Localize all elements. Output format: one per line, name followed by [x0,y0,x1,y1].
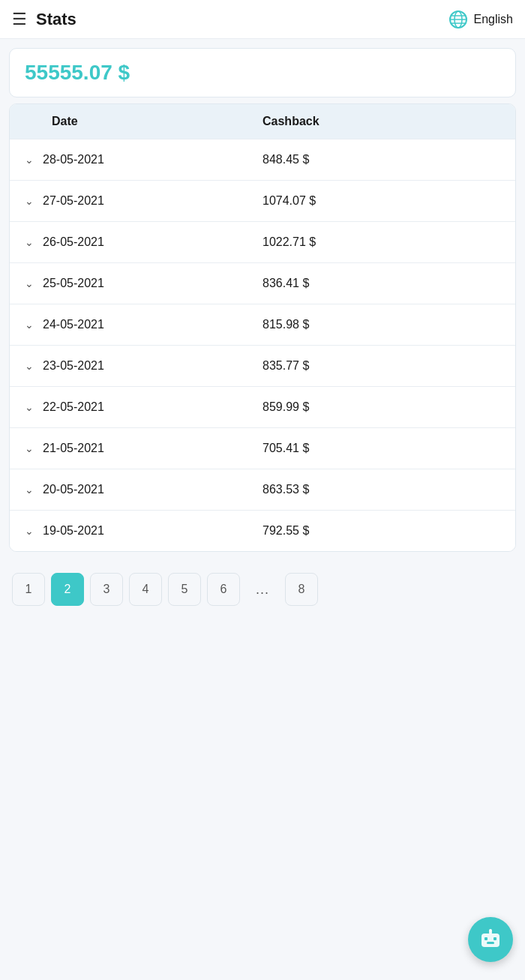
date-cell: ⌄ 21-05-2021 [25,442,262,455]
date-cell: ⌄ 19-05-2021 [25,524,262,538]
table-row[interactable]: ⌄ 22-05-2021 859.99 $ [10,386,515,427]
page-button-3[interactable]: 3 [90,573,123,606]
page-button-8[interactable]: 8 [285,573,318,606]
pagination: 123456...8 [0,561,525,624]
table-row[interactable]: ⌄ 21-05-2021 705.41 $ [10,427,515,469]
cashback-cell: 836.41 $ [262,277,500,290]
total-amount: 55555.07 $ [25,61,130,84]
table-row[interactable]: ⌄ 26-05-2021 1022.71 $ [10,221,515,262]
bot-icon [477,926,504,953]
date-cell: ⌄ 24-05-2021 [25,318,262,331]
date-value: 23-05-2021 [43,359,104,373]
cashback-cell: 863.53 $ [262,483,500,496]
chevron-down-icon: ⌄ [25,319,34,331]
table-row[interactable]: ⌄ 19-05-2021 792.55 $ [10,510,515,551]
svg-rect-7 [494,937,496,940]
globe-icon [448,10,468,29]
date-value: 28-05-2021 [43,153,104,166]
date-cell: ⌄ 22-05-2021 [25,400,262,414]
cashback-cell: 1022.71 $ [262,235,500,249]
table-header: Date Cashback [10,104,515,139]
page-button-5[interactable]: 5 [168,573,201,606]
page-button-1[interactable]: 1 [12,573,45,606]
pagination-buttons: 123456...8 [12,573,318,606]
language-label: English [474,13,513,26]
date-value: 20-05-2021 [43,483,104,496]
cashback-cell: 792.55 $ [262,524,500,538]
table-row[interactable]: ⌄ 27-05-2021 1074.07 $ [10,180,515,221]
cashback-cell: 835.77 $ [262,359,500,373]
date-value: 25-05-2021 [43,277,104,290]
date-cell: ⌄ 20-05-2021 [25,483,262,496]
date-value: 26-05-2021 [43,235,104,249]
date-value: 22-05-2021 [43,400,104,414]
chevron-down-icon: ⌄ [25,484,34,496]
date-cell: ⌄ 26-05-2021 [25,235,262,249]
chevron-down-icon: ⌄ [25,236,34,248]
chevron-down-icon: ⌄ [25,525,34,537]
table-rows: ⌄ 28-05-2021 848.45 $ ⌄ 27-05-2021 1074.… [10,139,515,551]
amount-card: 55555.07 $ [9,48,516,97]
table-row[interactable]: ⌄ 20-05-2021 863.53 $ [10,469,515,510]
app-header: ☰ Stats English [0,0,525,39]
bot-avatar[interactable] [468,917,513,962]
cashback-cell: 848.45 $ [262,153,500,166]
date-cell: ⌄ 23-05-2021 [25,359,262,373]
col-header-date: Date [25,115,262,128]
svg-rect-5 [482,934,500,947]
svg-rect-6 [484,937,488,940]
chevron-down-icon: ⌄ [25,401,34,413]
date-cell: ⌄ 25-05-2021 [25,277,262,290]
col-header-cashback: Cashback [262,115,500,128]
page-title: Stats [36,10,76,29]
date-value: 27-05-2021 [43,194,104,208]
table-row[interactable]: ⌄ 25-05-2021 836.41 $ [10,262,515,304]
pagination-ellipsis: ... [246,573,279,606]
cashback-cell: 1074.07 $ [262,194,500,208]
svg-rect-8 [487,942,494,944]
chevron-down-icon: ⌄ [25,277,34,289]
chevron-down-icon: ⌄ [25,360,34,372]
cashback-cell: 705.41 $ [262,442,500,455]
chevron-down-icon: ⌄ [25,195,34,207]
table-row[interactable]: ⌄ 23-05-2021 835.77 $ [10,345,515,386]
cashback-cell: 815.98 $ [262,318,500,331]
page-button-2[interactable]: 2 [51,573,84,606]
menu-icon[interactable]: ☰ [12,10,27,29]
chevron-down-icon: ⌄ [25,154,34,166]
table-row[interactable]: ⌄ 28-05-2021 848.45 $ [10,139,515,180]
cashback-cell: 859.99 $ [262,400,500,414]
table-row[interactable]: ⌄ 24-05-2021 815.98 $ [10,304,515,345]
date-value: 21-05-2021 [43,442,104,455]
date-cell: ⌄ 27-05-2021 [25,194,262,208]
date-value: 19-05-2021 [43,524,104,538]
chevron-down-icon: ⌄ [25,442,34,454]
language-switcher[interactable]: English [448,10,513,29]
date-cell: ⌄ 28-05-2021 [25,153,262,166]
date-value: 24-05-2021 [43,318,104,331]
header-left: ☰ Stats [12,10,76,29]
svg-point-10 [489,929,492,932]
stats-table: Date Cashback ⌄ 28-05-2021 848.45 $ ⌄ 27… [9,103,516,552]
page-button-6[interactable]: 6 [207,573,240,606]
page-button-4[interactable]: 4 [129,573,162,606]
